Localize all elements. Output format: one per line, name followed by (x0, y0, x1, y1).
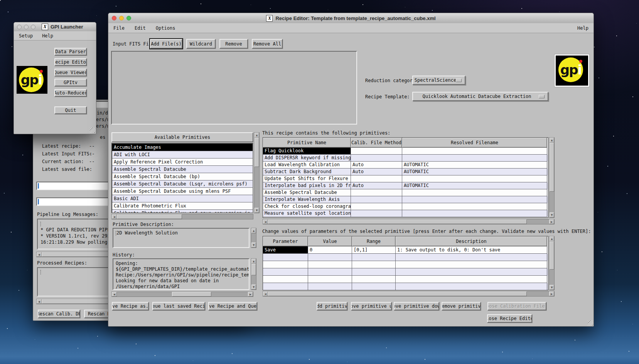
add-primitive-button[interactable]: Add primitive (317, 302, 347, 310)
list-item[interactable]: Assemble Spectral Datacube (112, 166, 253, 173)
available-primitives-list[interactable]: Accumulate Images ADI with LOCI Apply Re… (111, 143, 253, 213)
table-cell[interactable] (352, 276, 396, 283)
menu-help[interactable]: Help (577, 25, 588, 31)
move-primitive-up-button[interactable]: Move primitive up (351, 302, 392, 310)
table-cell[interactable] (396, 276, 547, 283)
table-cell[interactable] (351, 148, 402, 155)
scroll-up-icon[interactable]: ▲ (550, 138, 554, 143)
params-vertical-scrollbar[interactable]: ▲ ▼ (549, 236, 555, 290)
table-cell[interactable] (396, 254, 547, 261)
table-row[interactable] (263, 283, 548, 290)
scroll-left-icon[interactable]: ◀ (263, 292, 268, 296)
table-row[interactable] (263, 276, 548, 283)
table-cell[interactable]: 1: Save output to disk, 0: Don't save (396, 246, 547, 254)
close-recipe-editor-button[interactable]: Close Recipe Editor (487, 314, 532, 323)
table-row[interactable]: Flag Quicklook (263, 148, 548, 155)
queue-viewer-button[interactable]: Queue Viewer (54, 69, 87, 76)
table-cell[interactable] (308, 283, 352, 290)
table-cell[interactable] (352, 268, 396, 276)
table-cell[interactable]: Load Wavelength Calibration (263, 162, 351, 169)
menu-help[interactable]: Help (42, 33, 53, 39)
add-files-button[interactable]: Add File(s) (150, 39, 182, 49)
move-primitive-down-button[interactable]: Move primitive down (394, 302, 439, 310)
table-cell[interactable]: Check for closed-loop coronagraphic ima (263, 203, 351, 210)
recipe-editor-button[interactable]: Recipe Editor (54, 58, 87, 66)
table-cell[interactable] (396, 261, 547, 268)
scrollbar-track[interactable] (268, 219, 549, 224)
table-cell[interactable] (263, 261, 308, 268)
close-button[interactable] (112, 16, 116, 20)
table-row[interactable]: Interpolate bad pixels in 2D frame Auto … (263, 182, 548, 189)
table-cell[interactable] (351, 175, 402, 182)
table-cell[interactable] (351, 196, 402, 203)
minimize-button[interactable] (119, 16, 124, 20)
scroll-left-icon[interactable]: ◀ (112, 214, 117, 219)
scroll-left-icon[interactable]: ◀ (37, 252, 42, 257)
table-cell[interactable] (402, 210, 547, 217)
scroll-right-icon[interactable]: ▶ (248, 292, 253, 297)
list-item[interactable]: Calibrate Photometric Flux and save conv… (112, 210, 253, 213)
list-item[interactable]: Assemble Spectral Datacube (Lsqr, microl… (112, 180, 253, 188)
rescan-calib-db-button[interactable]: Rescan Calib. DB (38, 310, 80, 318)
table-cell[interactable] (402, 189, 547, 196)
table-cell[interactable]: Interpolate Wavelength Axis (263, 196, 351, 203)
table-cell[interactable] (263, 268, 308, 276)
remove-all-button[interactable]: Remove All (252, 39, 283, 49)
minimize-button[interactable] (24, 25, 29, 29)
table-cell[interactable] (351, 189, 402, 196)
auto-reducer-button[interactable]: Auto-Reducer (54, 89, 87, 97)
scrollbar-thumb[interactable] (251, 264, 256, 275)
list-item[interactable]: Assemble Spectral Datacube using mlens P… (112, 188, 253, 195)
editor-titlebar[interactable]: X Recipe Editor: Template from template_… (108, 13, 593, 24)
remove-primitive-button[interactable]: Remove primitive (442, 302, 481, 310)
table-cell[interactable] (402, 203, 547, 210)
table-cell[interactable]: [0,1] (352, 246, 396, 254)
table-cell[interactable]: Auto (351, 169, 402, 175)
list-item[interactable]: Assemble Spectral Datacube (bp) (112, 173, 253, 180)
list-item[interactable]: Calibrate Photometric Flux (112, 202, 253, 210)
scrollbar-track[interactable] (255, 138, 259, 208)
table-cell[interactable] (308, 276, 352, 283)
scrollbar-track[interactable] (117, 214, 253, 219)
scrollbar-thumb[interactable] (172, 292, 211, 297)
scroll-left-icon[interactable]: ◀ (263, 219, 268, 224)
table-cell[interactable] (352, 261, 396, 268)
menu-edit[interactable]: Edit (135, 25, 146, 31)
table-cell[interactable] (402, 148, 547, 155)
table-row[interactable] (263, 254, 548, 261)
table-cell[interactable] (308, 261, 352, 268)
table-cell[interactable] (396, 268, 547, 276)
scrollbar-thumb[interactable] (550, 241, 554, 270)
scroll-up-icon[interactable]: ▲ (251, 259, 256, 264)
scroll-down-icon[interactable]: ▼ (550, 285, 554, 290)
table-cell[interactable] (351, 210, 402, 217)
input-fits-list[interactable] (111, 51, 357, 125)
save-recipe-and-queue-button[interactable]: Save Recipe and Queue (208, 302, 257, 310)
parameters-table[interactable]: Parameter Value Range Description Save 0… (263, 236, 548, 290)
scrollbar-track[interactable] (550, 143, 554, 212)
table-cell[interactable] (308, 254, 352, 261)
zoom-button[interactable] (31, 25, 35, 29)
scrollbar-thumb[interactable] (550, 143, 554, 192)
table-cell[interactable]: AUTOMATIC (402, 169, 547, 175)
reduction-category-dropdown[interactable]: SpectralScience (412, 76, 465, 85)
scroll-right-icon[interactable]: ▶ (549, 292, 554, 296)
table-cell[interactable]: Auto (351, 182, 402, 189)
scrollbar-thumb[interactable] (268, 292, 527, 296)
table-cell[interactable] (402, 155, 547, 162)
zoom-button[interactable] (126, 16, 131, 20)
params-horizontal-scrollbar[interactable]: ◀ ▶ (263, 291, 555, 297)
table-cell[interactable]: 0 (308, 246, 352, 254)
remove-button[interactable]: Remove (219, 39, 248, 49)
gpitv-button[interactable]: GPItv (54, 79, 87, 86)
history-horizontal-scrollbar[interactable]: ◀ ▶ (111, 292, 253, 297)
scroll-down-icon[interactable]: ▼ (251, 243, 256, 248)
table-cell[interactable]: Subtract Dark Background (263, 169, 351, 175)
table-cell[interactable]: Update Spot Shifts for Flexure (263, 175, 351, 182)
table-cell[interactable]: Add DISPERSR keyword if missing (263, 155, 351, 162)
launcher-titlebar[interactable]: X GPI Launcher (14, 22, 96, 32)
menu-file[interactable]: File (113, 25, 125, 31)
table-cell[interactable] (351, 155, 402, 162)
scrollbar-track[interactable] (550, 241, 554, 285)
table-row[interactable] (263, 268, 548, 276)
